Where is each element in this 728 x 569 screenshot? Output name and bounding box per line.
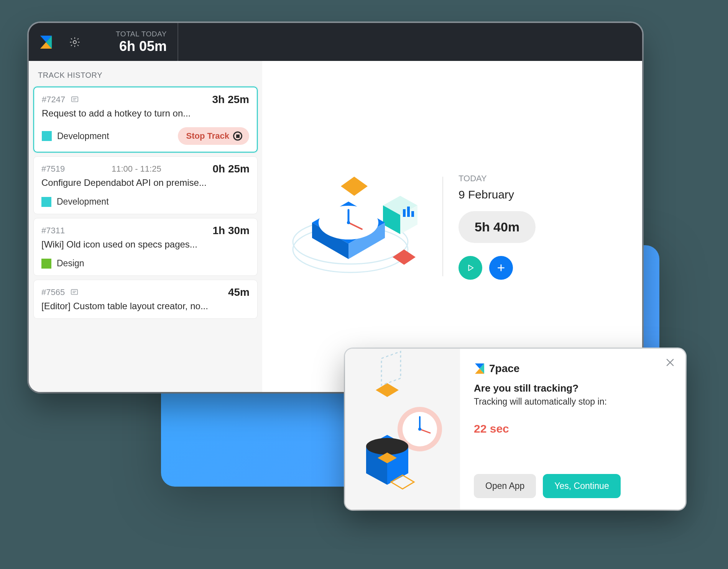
svg-rect-12 [403, 209, 406, 217]
item-title: [Wiki] Old icon used on specs pages... [41, 239, 250, 250]
section-title: TRACK HISTORY [29, 61, 262, 87]
note-icon [70, 288, 79, 297]
total-label: TOTAL TODAY [86, 30, 167, 38]
tracked-time-pill: 5h 40m [458, 211, 536, 243]
toast-heading: Are you still tracking? [474, 382, 670, 394]
divider [442, 177, 443, 276]
item-duration: 45m [228, 286, 250, 298]
svg-rect-25 [381, 351, 401, 385]
item-title: Configure Dependabot API on premise... [41, 177, 250, 188]
note-icon [71, 95, 79, 104]
item-duration: 3h 25m [212, 93, 250, 106]
brand-name: 7pace [489, 362, 519, 375]
category-label: Development [57, 131, 109, 141]
close-icon [665, 357, 675, 368]
brand: 7pace [474, 362, 670, 375]
plus-icon [496, 263, 506, 273]
close-button[interactable] [665, 357, 675, 368]
item-title: [Editor] Custom table layout creator, no… [41, 301, 250, 312]
play-button[interactable] [458, 256, 482, 280]
svg-rect-4 [72, 97, 78, 102]
open-app-button[interactable]: Open App [474, 474, 536, 498]
category-swatch [42, 131, 52, 141]
today-date: 9 February [458, 188, 536, 201]
svg-point-3 [73, 41, 76, 44]
total-value: 6h 05m [86, 38, 167, 54]
play-icon [466, 264, 475, 272]
item-id: #7311 [41, 226, 65, 236]
svg-point-30 [418, 428, 421, 431]
gear-icon [69, 36, 81, 48]
app-logo [29, 35, 63, 49]
toast-illustration [345, 349, 460, 510]
category-label: Development [57, 197, 109, 207]
today-summary: TODAY 9 February 5h 40m [458, 174, 536, 280]
timetracker-window: TOTAL TODAY 6h 05m TRACK HISTORY #72473h… [29, 23, 642, 392]
continue-button[interactable]: Yes, Continue [543, 474, 620, 498]
svg-marker-23 [468, 265, 473, 271]
svg-rect-14 [411, 211, 414, 217]
item-id: #7565 [41, 287, 65, 297]
clock-illustration [285, 165, 427, 288]
brand-logo-icon [474, 363, 485, 374]
item-id: #7247 [42, 95, 65, 105]
history-item[interactable]: #756545m[Editor] Custom table layout cre… [33, 280, 258, 319]
svg-point-22 [347, 221, 350, 224]
countdown: 22 sec [474, 422, 670, 435]
svg-marker-24 [376, 383, 399, 397]
hourglass-logo-icon [39, 35, 53, 49]
today-label: TODAY [458, 174, 536, 184]
svg-rect-5 [71, 290, 78, 295]
svg-point-33 [366, 438, 408, 455]
still-tracking-toast: 7pace Are you still tracking? Tracking w… [345, 349, 685, 510]
stop-track-button[interactable]: Stop Track [178, 127, 249, 145]
total-today: TOTAL TODAY 6h 05m [86, 23, 178, 61]
toast-subtext: Tracking will automatically stop in: [474, 397, 670, 407]
add-button[interactable] [489, 256, 513, 280]
category-label: Design [57, 258, 84, 269]
svg-marker-15 [393, 249, 416, 265]
svg-marker-8 [341, 177, 368, 196]
stop-track-label: Stop Track [186, 131, 229, 141]
svg-rect-13 [407, 207, 410, 217]
track-history-panel: TRACK HISTORY #72473h 25mRequest to add … [29, 61, 262, 392]
item-duration: 0h 25m [212, 163, 250, 175]
item-id: #7519 [41, 164, 65, 174]
category-swatch [41, 259, 51, 269]
category-swatch [41, 197, 51, 207]
summary-panel: TODAY 9 February 5h 40m [262, 61, 642, 392]
header: TOTAL TODAY 6h 05m [29, 23, 642, 61]
item-duration: 1h 30m [213, 225, 250, 237]
history-item[interactable]: #751911:00 - 11:250h 25mConfigure Depend… [33, 156, 258, 214]
item-range: 11:00 - 11:25 [112, 164, 161, 174]
history-item[interactable]: #73111h 30m[Wiki] Old icon used on specs… [33, 218, 258, 276]
item-title: Request to add a hotkey to turn on... [42, 108, 249, 119]
history-item[interactable]: #72473h 25mRequest to add a hotkey to tu… [33, 87, 258, 152]
settings-button[interactable] [63, 36, 86, 48]
stop-icon [233, 131, 242, 141]
